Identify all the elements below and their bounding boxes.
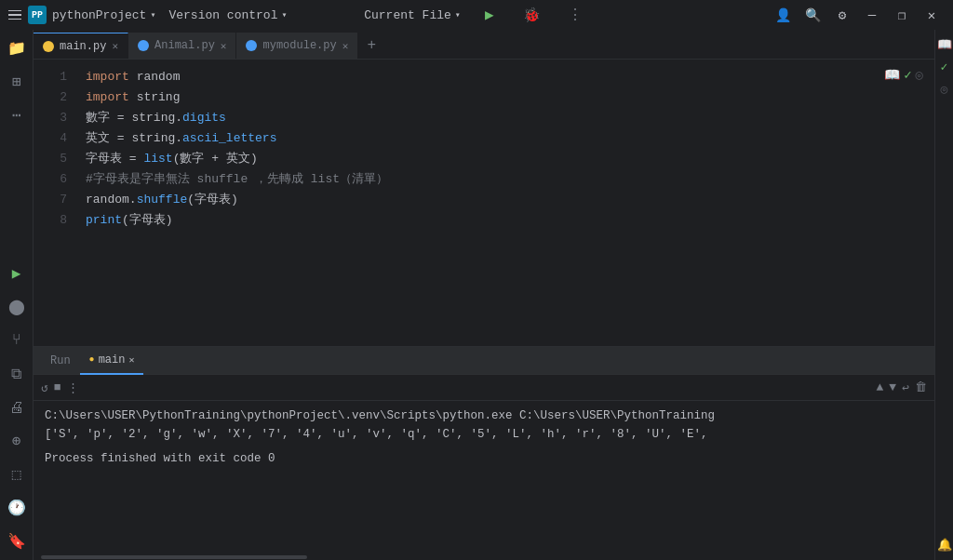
current-file-dropdown[interactable]: Current File ▾ (364, 8, 461, 22)
layers-icon[interactable]: ⧉ (2, 359, 32, 389)
right-notifications-icon[interactable]: 🔔 (937, 538, 952, 553)
panel-exit-line: Process finished with exit code 0 (45, 449, 923, 468)
clear-icon[interactable]: 🗑 (915, 380, 927, 394)
animal-py-icon (138, 40, 149, 51)
bookmark-editor-icon[interactable]: 📖 (884, 67, 900, 83)
vcs-label[interactable]: Version control ▾ (168, 8, 287, 22)
more-actions-button[interactable]: ⋮ (561, 0, 589, 30)
project-name[interactable]: pythonProject ▾ (52, 8, 155, 22)
tab-bar: main.py ✕ Animal.py ✕ mymodule.py ✕ + (34, 30, 934, 60)
stop-icon[interactable]: ■ (54, 380, 61, 394)
profile-icon[interactable]: 👤 (769, 0, 797, 30)
tab-mymodule-py-close[interactable]: ✕ (342, 40, 349, 52)
editor-toolbar: 📖 ✓ ◎ (884, 67, 923, 83)
coauthor-editor-icon[interactable]: ◎ (916, 67, 923, 83)
debug-icon[interactable]: ⬤ (2, 292, 32, 322)
tab-animal-py-close[interactable]: ✕ (221, 40, 227, 52)
main-layout: 📁 ⊞ ⋯ ▶ ⬤ ⑂ ⧉ 🖨 ⊕ ⬚ 🕐 🔖 main.py ✕ Animal… (0, 30, 953, 560)
close-button[interactable]: ✕ (918, 0, 946, 30)
history-icon[interactable]: 🕐 (2, 493, 32, 523)
tab-animal-py-label: Animal.py (154, 39, 215, 52)
scroll-down-icon[interactable]: ▼ (889, 380, 896, 394)
titlebar: PP pythonProject ▾ Version control ▾ Cur… (0, 0, 953, 30)
tab-mymodule-py[interactable]: mymodule.py ✕ (236, 33, 358, 59)
hamburger-menu[interactable] (7, 7, 22, 22)
plugin-icon[interactable]: ⊕ (2, 426, 32, 456)
run-button[interactable]: ▶ (476, 0, 503, 30)
tab-main-py-close[interactable]: ✕ (112, 40, 118, 52)
main-py-icon (43, 41, 54, 52)
tab-mymodule-py-label: mymodule.py (262, 39, 336, 52)
code-editor[interactable]: 1 2 3 4 5 6 7 8 import random import str… (34, 60, 934, 346)
titlebar-center: Current File ▾ ▶ 🐞 ⋮ (364, 0, 589, 30)
right-coauthor-icon[interactable]: ◎ (941, 82, 948, 97)
panel-content: C:\Users\USER\PythonTraining\pythonProje… (34, 401, 934, 554)
print-icon[interactable]: 🖨 (2, 393, 32, 422)
structure-icon[interactable]: ⊞ (2, 67, 32, 97)
panel-more-icon[interactable]: ⋮ (67, 380, 79, 395)
new-tab-button[interactable]: + (358, 33, 384, 59)
panel-tab-run[interactable]: Run (41, 347, 80, 375)
maximize-button[interactable]: ❐ (888, 0, 916, 30)
rerun-icon[interactable]: ↺ (41, 380, 48, 395)
tab-icon[interactable]: ⬚ (2, 460, 32, 489)
minimize-button[interactable]: — (858, 0, 886, 30)
code-content: import random import string 數字 = string.… (78, 60, 934, 346)
git-icon[interactable]: ⑂ (2, 326, 32, 355)
panel-path-line: C:\Users\USER\PythonTraining\pythonProje… (45, 407, 923, 425)
panel-result-line: ['S', 'p', '2', 'g', 'w', 'X', '7', '4',… (45, 425, 923, 444)
line-numbers: 1 2 3 4 5 6 7 8 (34, 60, 78, 346)
panel-tab-main-label: main (99, 353, 126, 367)
tab-main-py[interactable]: main.py ✕ (34, 33, 128, 59)
right-panel: 📖 ✓ ◎ 🔔 (934, 30, 953, 560)
panel-tab-main-close[interactable]: ✕ (128, 354, 134, 366)
bookmark-side-icon[interactable]: 🔖 (2, 527, 32, 556)
settings-icon[interactable]: ⚙ (828, 0, 856, 30)
more-tools-icon[interactable]: ⋯ (2, 100, 32, 130)
panel-toolbar: ↺ ■ ⋮ ▲ ▼ ↩ 🗑 (34, 375, 934, 401)
panel-tab-main[interactable]: ● main ✕ (80, 347, 144, 375)
panel-tab-run-label: Run (50, 354, 71, 367)
panel-tab-bar: Run ● main ✕ (34, 347, 934, 375)
search-everywhere-icon[interactable]: 🔍 (799, 0, 826, 30)
soft-wrap-icon[interactable]: ↩ (902, 380, 909, 395)
folder-icon[interactable]: 📁 (2, 33, 32, 63)
debug-button[interactable]: 🐞 (518, 0, 546, 30)
mymodule-py-icon (246, 40, 257, 51)
activity-bar: 📁 ⊞ ⋯ ▶ ⬤ ⑂ ⧉ 🖨 ⊕ ⬚ 🕐 🔖 (0, 30, 34, 560)
right-bookmark-icon[interactable]: 📖 (937, 37, 952, 52)
bottom-panel: Run ● main ✕ ↺ ■ ⋮ ▲ ▼ ↩ 🗑 C:\Users\USE (34, 346, 934, 560)
run-icon[interactable]: ▶ (2, 259, 32, 288)
editor-area: main.py ✕ Animal.py ✕ mymodule.py ✕ + 1 … (34, 30, 934, 560)
tab-main-py-label: main.py (60, 40, 106, 53)
tab-animal-py[interactable]: Animal.py ✕ (128, 33, 236, 59)
right-check-icon[interactable]: ✓ (941, 60, 948, 74)
app-logo: PP (28, 6, 47, 24)
check-editor-icon[interactable]: ✓ (904, 67, 911, 83)
scroll-up-icon[interactable]: ▲ (877, 380, 884, 394)
